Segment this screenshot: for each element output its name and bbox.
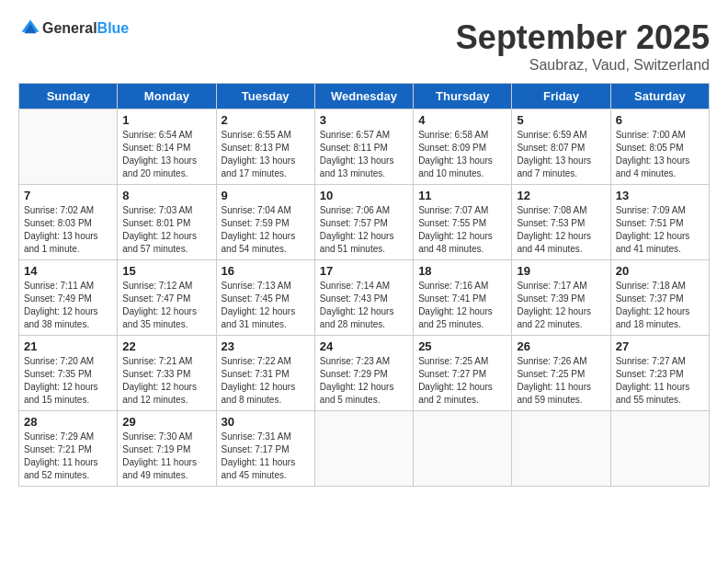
calendar-body: 1Sunrise: 6:54 AM Sunset: 8:14 PM Daylig… [19, 109, 710, 487]
calendar-cell [610, 411, 709, 487]
calendar-week-5: 28Sunrise: 7:29 AM Sunset: 7:21 PM Dayli… [19, 411, 710, 487]
calendar-cell [19, 109, 118, 185]
date-number: 2 [222, 113, 310, 127]
cell-info: Sunrise: 7:18 AM Sunset: 7:37 PM Dayligh… [616, 280, 704, 331]
cell-info: Sunrise: 7:02 AM Sunset: 8:03 PM Dayligh… [24, 204, 112, 256]
cell-info: Sunrise: 7:30 AM Sunset: 7:19 PM Dayligh… [122, 431, 210, 482]
page-header: GeneralBlue September 2025 Saubraz, Vaud… [18, 18, 710, 74]
calendar-cell: 21Sunrise: 7:20 AM Sunset: 7:35 PM Dayli… [19, 336, 118, 411]
calendar-week-2: 7Sunrise: 7:02 AM Sunset: 8:03 PM Daylig… [19, 185, 710, 260]
date-number: 27 [616, 339, 704, 353]
calendar-cell: 1Sunrise: 6:54 AM Sunset: 8:14 PM Daylig… [118, 109, 216, 185]
date-number: 9 [222, 189, 310, 202]
date-number: 8 [122, 189, 210, 202]
calendar-cell [414, 411, 512, 487]
date-number: 21 [24, 339, 112, 353]
cell-info: Sunrise: 6:54 AM Sunset: 8:14 PM Dayligh… [122, 129, 210, 180]
cell-info: Sunrise: 7:17 AM Sunset: 7:39 PM Dayligh… [517, 280, 605, 331]
cell-info: Sunrise: 7:14 AM Sunset: 7:43 PM Dayligh… [320, 280, 408, 331]
date-number: 18 [418, 264, 506, 278]
calendar-cell: 9Sunrise: 7:04 AM Sunset: 7:59 PM Daylig… [216, 185, 314, 260]
date-number: 6 [616, 113, 704, 127]
day-header-sunday: Sunday [19, 84, 118, 109]
cell-info: Sunrise: 7:31 AM Sunset: 7:17 PM Dayligh… [222, 431, 310, 482]
cell-info: Sunrise: 6:59 AM Sunset: 8:07 PM Dayligh… [517, 129, 605, 180]
day-header-friday: Friday [512, 84, 610, 109]
date-number: 24 [320, 339, 408, 353]
calendar-cell: 27Sunrise: 7:27 AM Sunset: 7:23 PM Dayli… [610, 336, 709, 411]
calendar-cell: 15Sunrise: 7:12 AM Sunset: 7:47 PM Dayli… [118, 260, 216, 336]
date-number: 12 [517, 189, 605, 202]
calendar-cell: 23Sunrise: 7:22 AM Sunset: 7:31 PM Dayli… [216, 336, 314, 411]
day-header-monday: Monday [118, 84, 216, 109]
date-number: 22 [122, 339, 210, 353]
calendar-cell: 5Sunrise: 6:59 AM Sunset: 8:07 PM Daylig… [512, 109, 610, 185]
calendar-cell: 18Sunrise: 7:16 AM Sunset: 7:41 PM Dayli… [414, 260, 512, 336]
day-header-saturday: Saturday [610, 84, 709, 109]
day-header-wednesday: Wednesday [314, 84, 413, 109]
calendar-cell: 12Sunrise: 7:08 AM Sunset: 7:53 PM Dayli… [512, 185, 610, 260]
calendar-cell: 10Sunrise: 7:06 AM Sunset: 7:57 PM Dayli… [314, 185, 413, 260]
date-number: 28 [24, 415, 112, 429]
cell-info: Sunrise: 7:26 AM Sunset: 7:25 PM Dayligh… [517, 355, 605, 407]
cell-info: Sunrise: 7:08 AM Sunset: 7:53 PM Dayligh… [517, 204, 605, 256]
logo-text-blue: Blue [97, 20, 130, 36]
calendar-cell [314, 411, 413, 487]
title-block: September 2025 Saubraz, Vaud, Switzerlan… [456, 18, 710, 74]
cell-info: Sunrise: 7:29 AM Sunset: 7:21 PM Dayligh… [24, 431, 112, 482]
day-header-tuesday: Tuesday [216, 84, 314, 109]
cell-info: Sunrise: 7:20 AM Sunset: 7:35 PM Dayligh… [24, 355, 112, 407]
date-number: 15 [122, 264, 210, 278]
date-number: 11 [418, 189, 506, 202]
location-title: Saubraz, Vaud, Switzerland [456, 57, 710, 74]
calendar-cell: 26Sunrise: 7:26 AM Sunset: 7:25 PM Dayli… [512, 336, 610, 411]
cell-info: Sunrise: 7:03 AM Sunset: 8:01 PM Dayligh… [122, 204, 210, 256]
cell-info: Sunrise: 7:27 AM Sunset: 7:23 PM Dayligh… [616, 355, 704, 407]
date-number: 17 [320, 264, 408, 278]
cell-info: Sunrise: 7:23 AM Sunset: 7:29 PM Dayligh… [320, 355, 408, 407]
cell-info: Sunrise: 7:07 AM Sunset: 7:55 PM Dayligh… [418, 204, 506, 256]
calendar-cell: 30Sunrise: 7:31 AM Sunset: 7:17 PM Dayli… [216, 411, 314, 487]
calendar-cell: 25Sunrise: 7:25 AM Sunset: 7:27 PM Dayli… [414, 336, 512, 411]
date-number: 29 [122, 415, 210, 429]
calendar-cell: 11Sunrise: 7:07 AM Sunset: 7:55 PM Dayli… [414, 185, 512, 260]
calendar-week-3: 14Sunrise: 7:11 AM Sunset: 7:49 PM Dayli… [19, 260, 710, 336]
date-number: 26 [517, 339, 605, 353]
calendar-cell: 16Sunrise: 7:13 AM Sunset: 7:45 PM Dayli… [216, 260, 314, 336]
date-number: 25 [418, 339, 506, 353]
calendar-cell: 4Sunrise: 6:58 AM Sunset: 8:09 PM Daylig… [414, 109, 512, 185]
calendar-week-1: 1Sunrise: 6:54 AM Sunset: 8:14 PM Daylig… [19, 109, 710, 185]
cell-info: Sunrise: 6:58 AM Sunset: 8:09 PM Dayligh… [418, 129, 506, 180]
date-number: 16 [222, 264, 310, 278]
calendar-cell: 20Sunrise: 7:18 AM Sunset: 7:37 PM Dayli… [610, 260, 709, 336]
cell-info: Sunrise: 7:09 AM Sunset: 7:51 PM Dayligh… [616, 204, 704, 256]
date-number: 13 [616, 189, 704, 202]
cell-info: Sunrise: 7:13 AM Sunset: 7:45 PM Dayligh… [222, 280, 310, 331]
calendar-cell: 29Sunrise: 7:30 AM Sunset: 7:19 PM Dayli… [118, 411, 216, 487]
calendar-cell: 24Sunrise: 7:23 AM Sunset: 7:29 PM Dayli… [314, 336, 413, 411]
date-number: 19 [517, 264, 605, 278]
calendar-cell: 2Sunrise: 6:55 AM Sunset: 8:13 PM Daylig… [216, 109, 314, 185]
calendar-cell: 19Sunrise: 7:17 AM Sunset: 7:39 PM Dayli… [512, 260, 610, 336]
calendar-cell: 6Sunrise: 7:00 AM Sunset: 8:05 PM Daylig… [610, 109, 709, 185]
month-title: September 2025 [456, 18, 710, 57]
cell-info: Sunrise: 7:00 AM Sunset: 8:05 PM Dayligh… [616, 129, 704, 180]
date-number: 23 [222, 339, 310, 353]
calendar-cell: 28Sunrise: 7:29 AM Sunset: 7:21 PM Dayli… [19, 411, 118, 487]
calendar-week-4: 21Sunrise: 7:20 AM Sunset: 7:35 PM Dayli… [19, 336, 710, 411]
date-number: 3 [320, 113, 408, 127]
cell-info: Sunrise: 7:16 AM Sunset: 7:41 PM Dayligh… [418, 280, 506, 331]
day-header-thursday: Thursday [414, 84, 512, 109]
logo: GeneralBlue [18, 18, 129, 39]
cell-info: Sunrise: 7:22 AM Sunset: 7:31 PM Dayligh… [222, 355, 310, 407]
calendar-cell [512, 411, 610, 487]
date-number: 1 [122, 113, 210, 127]
calendar-cell: 22Sunrise: 7:21 AM Sunset: 7:33 PM Dayli… [118, 336, 216, 411]
logo-text-general: General [42, 20, 97, 36]
calendar-cell: 7Sunrise: 7:02 AM Sunset: 8:03 PM Daylig… [19, 185, 118, 260]
cell-info: Sunrise: 7:04 AM Sunset: 7:59 PM Dayligh… [222, 204, 310, 256]
cell-info: Sunrise: 7:11 AM Sunset: 7:49 PM Dayligh… [24, 280, 112, 331]
cell-info: Sunrise: 6:55 AM Sunset: 8:13 PM Dayligh… [222, 129, 310, 180]
cell-info: Sunrise: 6:57 AM Sunset: 8:11 PM Dayligh… [320, 129, 408, 180]
calendar-cell: 3Sunrise: 6:57 AM Sunset: 8:11 PM Daylig… [314, 109, 413, 185]
